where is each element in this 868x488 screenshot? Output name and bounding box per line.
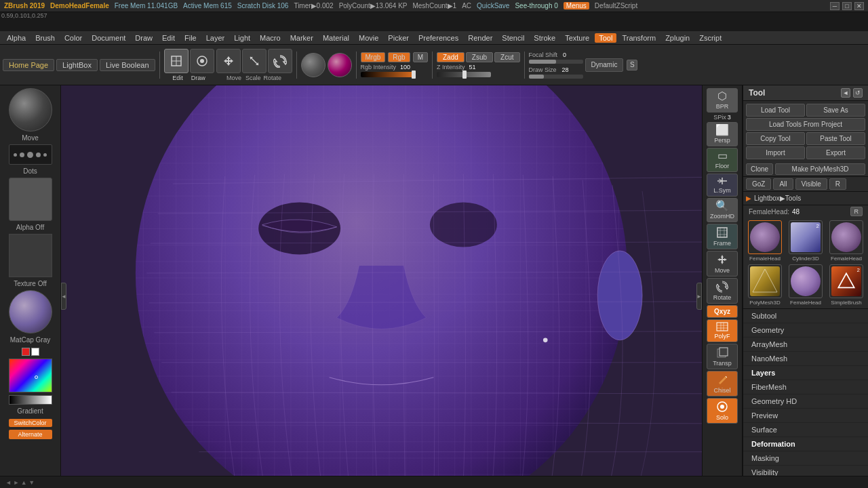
live-boolean-button[interactable]: Live Boolean: [100, 59, 155, 71]
default-zscript[interactable]: DefaultZScript: [595, 2, 637, 9]
zcut-button[interactable]: Zcut: [494, 52, 519, 62]
menu-transform[interactable]: Transform: [618, 33, 660, 43]
color-gradient[interactable]: [9, 359, 52, 392]
move-btn[interactable]: [216, 49, 241, 73]
zsub-button[interactable]: Zsub: [466, 52, 493, 62]
section-subtool[interactable]: Subtool: [743, 309, 868, 323]
canvas-area[interactable]: ◄ ►: [61, 85, 702, 488]
menu-alpha[interactable]: Alpha: [3, 33, 30, 43]
maximize-btn[interactable]: □: [842, 2, 852, 10]
matcap-sphere[interactable]: [9, 290, 52, 333]
menu-zplugin[interactable]: Zplugin: [661, 33, 694, 43]
menu-material[interactable]: Material: [319, 33, 353, 43]
lightbox-label[interactable]: Lightbox▶Tools: [754, 195, 801, 202]
section-fibermesh[interactable]: FiberMesh: [743, 380, 868, 394]
section-masking[interactable]: Masking: [743, 451, 868, 466]
menu-stroke[interactable]: Stroke: [530, 33, 559, 43]
load-tool-button[interactable]: Load Tool: [746, 104, 805, 117]
close-btn[interactable]: ✕: [854, 2, 864, 10]
clone-button[interactable]: Clone: [746, 163, 773, 175]
dots-preview[interactable]: [9, 144, 52, 165]
poly-button[interactable]: PolyF: [707, 319, 738, 342]
r-button-1[interactable]: R: [829, 178, 846, 190]
section-layers[interactable]: Layers: [743, 366, 868, 380]
rotate-btn[interactable]: [268, 49, 292, 73]
menu-file[interactable]: File: [180, 33, 201, 43]
export-button[interactable]: Export: [806, 146, 865, 159]
menu-document[interactable]: Document: [87, 33, 130, 43]
solo-button[interactable]: Solo: [707, 398, 738, 424]
tool-thumb-femalehead-1[interactable]: FemaleHead: [746, 220, 784, 262]
menu-stencil[interactable]: Stencil: [498, 33, 528, 43]
right-collapse-handle[interactable]: ►: [696, 283, 702, 310]
tool-thumb-femalehead-2[interactable]: FemaleHead: [827, 220, 865, 262]
rgb-intensity-slider[interactable]: [361, 72, 415, 77]
r-button-2[interactable]: R: [850, 207, 863, 216]
draw-size-slider[interactable]: [529, 75, 583, 79]
alpha-sphere[interactable]: [9, 178, 52, 221]
panel-refresh-btn[interactable]: ↺: [853, 88, 863, 98]
menu-marker[interactable]: Marker: [286, 33, 317, 43]
menu-zscript[interactable]: Zscript: [695, 33, 726, 43]
rotate-view-button[interactable]: Rotate: [707, 278, 738, 304]
zadd-button[interactable]: Zadd: [437, 52, 465, 62]
lightbox-button[interactable]: LightBox: [56, 59, 98, 71]
section-preview[interactable]: Preview: [743, 409, 868, 423]
goz-button[interactable]: GoZ: [746, 178, 771, 190]
copy-tool-button[interactable]: Copy Tool: [746, 132, 805, 145]
focal-shift-slider[interactable]: [529, 60, 583, 64]
section-deformation[interactable]: Deformation: [743, 437, 868, 451]
s-button[interactable]: S: [627, 60, 637, 70]
home-page-button[interactable]: Home Page: [3, 59, 54, 71]
zoomhd-button[interactable]: 🔍 ZoomHD: [707, 198, 738, 222]
chisel-button[interactable]: Chisel: [707, 371, 738, 396]
section-surface[interactable]: Surface: [743, 423, 868, 437]
menu-draw[interactable]: Draw: [131, 33, 157, 43]
xyz-button[interactable]: Qxyz: [707, 305, 738, 318]
rgb-button[interactable]: Rgb: [388, 52, 410, 62]
brush-preview[interactable]: [301, 53, 326, 77]
left-collapse-handle[interactable]: ◄: [61, 283, 66, 310]
section-arraymesh[interactable]: ArrayMesh: [743, 338, 868, 352]
tool-thumb-femalehead-3[interactable]: FemaleHead: [787, 264, 825, 306]
gradient-bar[interactable]: [9, 395, 52, 405]
frame-button[interactable]: Frame: [707, 224, 738, 249]
section-geometry[interactable]: Geometry: [743, 323, 868, 338]
visible-button[interactable]: Visible: [795, 178, 827, 190]
save-as-button[interactable]: Save As: [806, 104, 865, 117]
menu-light[interactable]: Light: [230, 33, 254, 43]
transp-button[interactable]: Transp: [707, 344, 738, 369]
menu-edit[interactable]: Edit: [158, 33, 179, 43]
quick-save[interactable]: QuickSave: [477, 2, 509, 9]
brush-sphere[interactable]: [9, 88, 52, 131]
persp-button[interactable]: ⬜ Persp: [707, 122, 738, 146]
tool-thumb-simplebrush[interactable]: 2 SimpleBrush: [827, 264, 865, 306]
scale-btn[interactable]: [242, 49, 267, 73]
menu-preferences[interactable]: Preferences: [414, 33, 462, 43]
switch-color-button[interactable]: SwitchColor: [9, 419, 52, 427]
import-button[interactable]: Import: [746, 146, 805, 159]
m-button[interactable]: M: [413, 52, 428, 62]
menu-layer[interactable]: Layer: [202, 33, 229, 43]
lsym-button[interactable]: L.Sym: [707, 174, 738, 197]
menu-macro[interactable]: Macro: [256, 33, 285, 43]
z-intensity-slider[interactable]: [437, 72, 491, 77]
section-geometry-hd[interactable]: Geometry HD: [743, 394, 868, 409]
paste-tool-button[interactable]: Paste Tool: [806, 132, 865, 145]
fg-color-swatch[interactable]: [22, 348, 30, 356]
see-through[interactable]: See-through 0: [515, 2, 557, 9]
bpr-button[interactable]: ⬡ BPR: [707, 88, 738, 113]
tool-thumb-polymesh[interactable]: PolyMesh3D: [746, 264, 784, 306]
menu-picker[interactable]: Picker: [384, 33, 413, 43]
menu-render[interactable]: Render: [464, 33, 496, 43]
section-nanomesh[interactable]: NanoMesh: [743, 352, 868, 366]
bg-color-swatch[interactable]: [31, 348, 39, 356]
load-tools-from-project-button[interactable]: Load Tools From Project: [746, 118, 865, 131]
make-polymesh-button[interactable]: Make PolyMesh3D: [775, 163, 865, 175]
texture-preview[interactable]: [9, 234, 52, 277]
minimize-btn[interactable]: ─: [830, 2, 840, 10]
menu-tool[interactable]: Tool: [595, 33, 616, 43]
menu-texture[interactable]: Texture: [561, 33, 593, 43]
panel-collapse-btn[interactable]: ◄: [841, 88, 850, 98]
tool-thumb-cylinder[interactable]: 2 Cylinder3D: [787, 220, 825, 262]
